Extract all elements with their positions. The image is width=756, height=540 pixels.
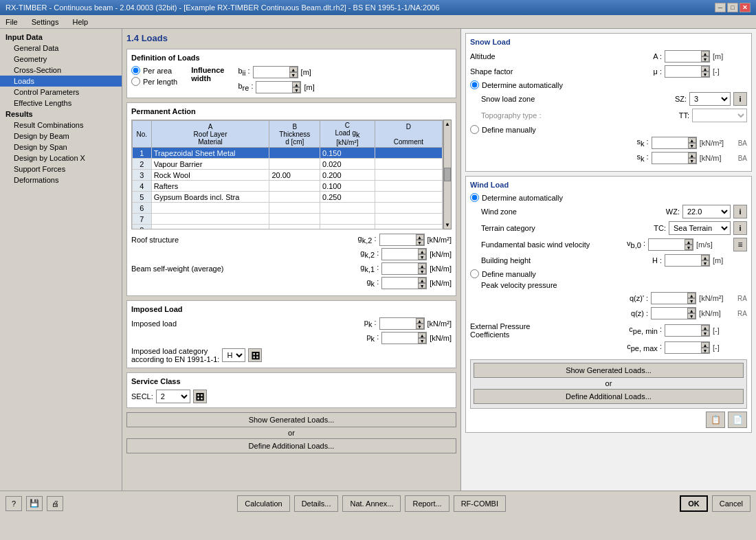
row-material[interactable]: Gypsum Boards incl. Stra <box>151 192 269 203</box>
b-re-up[interactable]: ▲ <box>292 82 300 87</box>
scroll-thumb[interactable] <box>444 168 451 181</box>
sidebar-item-loads[interactable]: Loads <box>0 76 122 87</box>
cancel-button[interactable]: Cancel <box>712 495 751 512</box>
altitude-up[interactable]: ▲ <box>701 51 709 56</box>
cpe-min-down[interactable]: ▼ <box>701 330 709 336</box>
gk2-down[interactable]: ▼ <box>416 240 424 245</box>
row-material[interactable]: Vapour Barrier <box>151 159 269 170</box>
h-down[interactable]: ▼ <box>701 260 709 266</box>
define-additional-loads-button[interactable]: Define Additional Loads... <box>126 438 456 453</box>
sidebar-item-result-combinations[interactable]: Result Combinations <box>0 120 122 131</box>
scroll-down[interactable]: ▼ <box>445 222 450 228</box>
gk2b-input[interactable]: 2.592 <box>382 249 418 260</box>
vb0-up[interactable]: ▲ <box>685 239 693 245</box>
sidebar-item-design-by-span[interactable]: Design by Span <box>0 142 122 153</box>
shape-down[interactable]: ▼ <box>701 71 709 77</box>
wind-auto-radio[interactable]: Determine automatically <box>470 193 747 202</box>
sidebar-item-general-data[interactable]: General Data <box>0 43 122 54</box>
b-ii-input[interactable]: 1.700 <box>254 67 289 78</box>
cpe-min-input[interactable]: -2.500 <box>665 325 701 336</box>
vb0-input[interactable]: 26.4 <box>649 239 685 250</box>
table-row[interactable]: 7 <box>133 214 443 225</box>
save-icon-button[interactable]: 💾 <box>26 496 43 511</box>
wind-manual-input[interactable] <box>470 269 479 278</box>
pk1-down[interactable]: ▼ <box>416 324 424 329</box>
tt-select[interactable] <box>692 109 747 122</box>
sk2-up[interactable]: ▲ <box>688 153 696 158</box>
help-icon-button[interactable]: ? <box>5 496 22 511</box>
gk2-input[interactable]: 0.720 <box>380 234 416 245</box>
gk-input[interactable]: 2.849 <box>382 278 418 289</box>
cpe-max-down[interactable]: ▼ <box>701 348 709 353</box>
b-re-down[interactable]: ▼ <box>292 87 300 93</box>
qz1-down[interactable]: ▼ <box>687 298 696 304</box>
category-info-button[interactable]: ⊞ <box>248 348 262 362</box>
sk2-down[interactable]: ▼ <box>688 158 696 164</box>
sz-select[interactable]: 1234 <box>689 92 731 106</box>
row-comment[interactable] <box>375 159 442 170</box>
gk2-up[interactable]: ▲ <box>416 234 424 240</box>
gk2b-down[interactable]: ▼ <box>418 254 426 260</box>
row-material[interactable]: Rafters <box>151 181 269 192</box>
snow-auto-radio[interactable]: Determine automatically <box>470 80 747 89</box>
right-icon-2[interactable]: 📄 <box>728 412 747 428</box>
minimize-button[interactable]: ─ <box>715 3 726 12</box>
tc-info-button[interactable]: i <box>733 221 747 235</box>
details-button[interactable]: Details... <box>294 495 339 512</box>
menu-file[interactable]: File <box>3 17 21 27</box>
gk1-input[interactable]: 0.257 <box>382 263 418 274</box>
wind-auto-input[interactable] <box>470 193 479 202</box>
menu-settings[interactable]: Settings <box>29 17 62 27</box>
cpe-min-up[interactable]: ▲ <box>701 325 709 330</box>
row-load[interactable]: 0.100 <box>320 181 375 192</box>
row-material[interactable]: Trapezoidal Sheet Metal <box>151 148 269 159</box>
pk1-up[interactable]: ▲ <box>416 318 424 324</box>
menu-help[interactable]: Help <box>69 17 91 27</box>
wind-manual-radio[interactable]: Define manually <box>470 269 747 278</box>
h-input[interactable]: 15.000 <box>665 255 701 266</box>
gk2b-up[interactable]: ▲ <box>418 249 426 254</box>
gk1-up[interactable]: ▲ <box>418 263 426 269</box>
row-load[interactable]: 0.150 <box>320 148 375 159</box>
radio-per-area-input[interactable] <box>131 66 140 75</box>
altitude-down[interactable]: ▼ <box>701 56 709 62</box>
row-comment[interactable] <box>375 148 442 159</box>
row-thickness[interactable] <box>269 192 320 203</box>
snow-auto-input[interactable] <box>470 80 479 89</box>
calculation-button[interactable]: Calculation <box>237 495 289 512</box>
scroll-up[interactable]: ▲ <box>445 121 450 127</box>
nat-annex-button[interactable]: Nat. Annex... <box>342 495 401 512</box>
row-comment[interactable] <box>375 181 442 192</box>
shape-up[interactable]: ▲ <box>701 66 709 71</box>
table-row[interactable]: 8 <box>133 225 443 230</box>
ok-button[interactable]: OK <box>680 495 708 512</box>
row-thickness[interactable] <box>269 159 320 170</box>
cpe-max-up[interactable]: ▲ <box>701 342 709 348</box>
right-show-loads-button[interactable]: Show Generated Loads... <box>474 363 744 378</box>
row-thickness[interactable] <box>269 181 320 192</box>
table-row[interactable]: 6 <box>133 203 443 214</box>
wz-info-button[interactable]: i <box>733 205 747 218</box>
row-thickness[interactable] <box>269 148 320 159</box>
b-ii-down[interactable]: ▼ <box>289 72 298 78</box>
sidebar-item-cross-section[interactable]: Cross-Section <box>0 65 122 76</box>
gk-down[interactable]: ▼ <box>418 283 426 289</box>
row-material[interactable]: Rock Wool <box>151 170 269 181</box>
sk1-down[interactable]: ▼ <box>688 143 696 148</box>
b-ii-up[interactable]: ▲ <box>289 67 298 72</box>
row-comment[interactable] <box>375 170 442 181</box>
row-load[interactable]: 0.200 <box>320 170 375 181</box>
table-row[interactable]: 4 Rafters 0.100 <box>133 181 443 192</box>
secl-select[interactable]: 1 2 3 <box>156 390 190 403</box>
sk2-input[interactable]: 2.486 <box>652 153 688 164</box>
pk2-input[interactable]: 0.000 <box>382 333 418 344</box>
sidebar-item-control-parameters[interactable]: Control Parameters <box>0 87 122 98</box>
qz2-up[interactable]: ▲ <box>687 308 696 313</box>
sidebar-item-design-by-beam[interactable]: Design by Beam <box>0 131 122 142</box>
h-up[interactable]: ▲ <box>701 255 709 260</box>
qz2-input[interactable]: 4.626 <box>652 308 687 319</box>
print-icon-button[interactable]: 🖨 <box>47 496 63 511</box>
table-row[interactable]: 2 Vapour Barrier 0.020 <box>133 159 443 170</box>
report-button[interactable]: Report... <box>405 495 449 512</box>
qz2-down[interactable]: ▼ <box>687 313 696 319</box>
